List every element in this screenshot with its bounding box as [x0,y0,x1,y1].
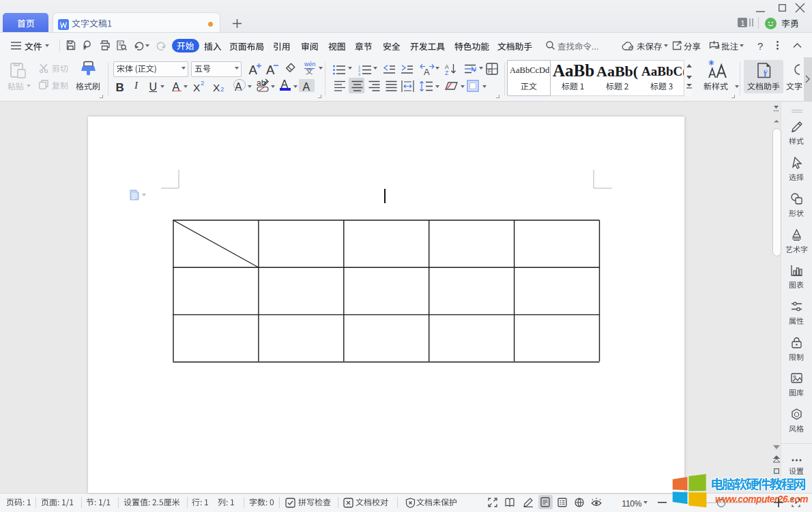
svg-text:F: F [488,67,492,74]
svg-text:Z: Z [445,70,448,76]
svg-text:3: 3 [358,72,360,76]
svg-text:A: A [424,67,430,77]
